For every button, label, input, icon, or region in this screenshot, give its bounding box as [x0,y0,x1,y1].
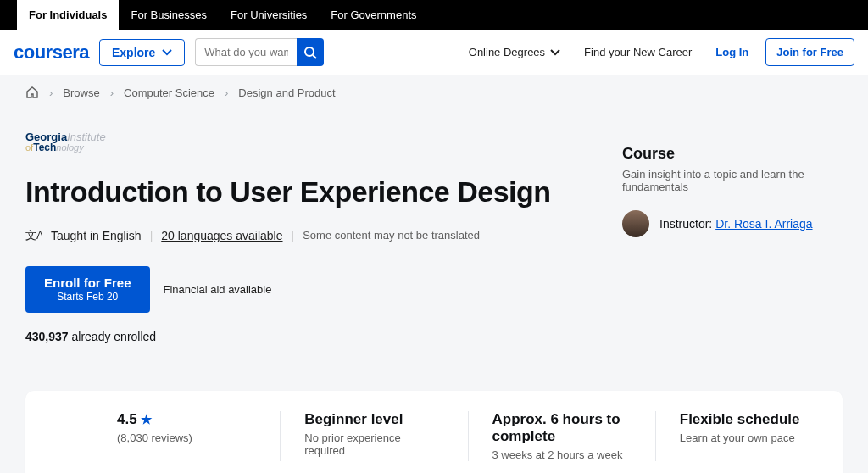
search-icon [303,46,317,59]
chevron-right-icon: › [110,86,114,99]
topbar-businesses[interactable]: For Businesses [119,0,219,30]
instructor-avatar[interactable] [622,210,649,237]
find-career-link[interactable]: Find your New Career [577,46,698,58]
breadcrumb-design[interactable]: Design and Product [238,86,335,99]
star-icon: ★ [141,412,152,427]
institution-logo[interactable]: GeorgiaInstitute ofTechnology [25,125,554,159]
topbar-governments[interactable]: For Governments [319,0,428,30]
breadcrumb-cs[interactable]: Computer Science [124,86,214,99]
instructor-link[interactable]: Dr. Rosa I. Arriaga [715,217,812,231]
sidebar-subtitle: Gain insight into a topic and learn the … [622,168,843,193]
breadcrumb-browse[interactable]: Browse [63,86,99,99]
financial-aid-link[interactable]: Financial aid available [164,283,272,296]
search-input[interactable] [195,38,297,66]
course-title: Introduction to User Experience Design [25,174,554,210]
join-free-button[interactable]: Join for Free [765,38,854,66]
stat-level: Beginner level No prior experience requi… [281,411,468,461]
main-header: coursera Explore Online Degrees Find you… [0,30,868,75]
stats-card: 4.5 ★ (8,030 reviews) Beginner level No … [25,391,843,473]
sidebar-heading: Course [622,145,843,163]
explore-label: Explore [112,46,155,59]
instructor-label: Instructor: [659,217,712,231]
enroll-starts: Starts Feb 20 [44,291,131,304]
home-icon[interactable] [25,86,39,99]
stat-time: Approx. 6 hours to complete 3 weeks at 2… [469,411,656,461]
explore-button[interactable]: Explore [99,39,185,66]
enrolled-count: 430,937 already enrolled [25,330,554,343]
enroll-button[interactable]: Enroll for Free Starts Feb 20 [25,266,150,313]
taught-in: Taught in English [51,229,142,242]
chevron-right-icon: › [225,86,228,99]
chevron-down-icon [550,49,560,56]
stat-schedule: Flexible schedule Learn at your own pace [656,411,843,461]
search-button[interactable] [297,38,324,66]
online-degrees-link[interactable]: Online Degrees [462,46,567,58]
enroll-label: Enroll for Free [44,275,131,292]
instructor-row: Instructor: Dr. Rosa I. Arriaga [622,210,843,237]
breadcrumb: › Browse › Computer Science › Design and… [0,75,868,109]
topbar-individuals[interactable]: For Individuals [17,0,119,30]
stat-reviews[interactable]: (8,030 reviews) [117,431,256,444]
translation-note: Some content may not be translated [303,229,480,242]
chevron-right-icon: › [49,86,53,99]
search-box [195,38,324,66]
login-link[interactable]: Log In [709,46,755,58]
svg-text:文A: 文A [25,229,42,242]
coursera-logo[interactable]: coursera [14,42,89,64]
language-row: 文A Taught in English | 20 languages avai… [25,227,554,244]
stat-rating: 4.5 ★ (8,030 reviews) [25,411,281,461]
svg-line-1 [313,55,316,58]
audience-topbar: For Individuals For Businesses For Unive… [0,0,868,30]
svg-point-0 [305,47,314,56]
topbar-universities[interactable]: For Universities [219,0,319,30]
language-icon: 文A [25,227,42,244]
languages-available-link[interactable]: 20 languages available [161,229,282,242]
chevron-down-icon [162,49,172,56]
